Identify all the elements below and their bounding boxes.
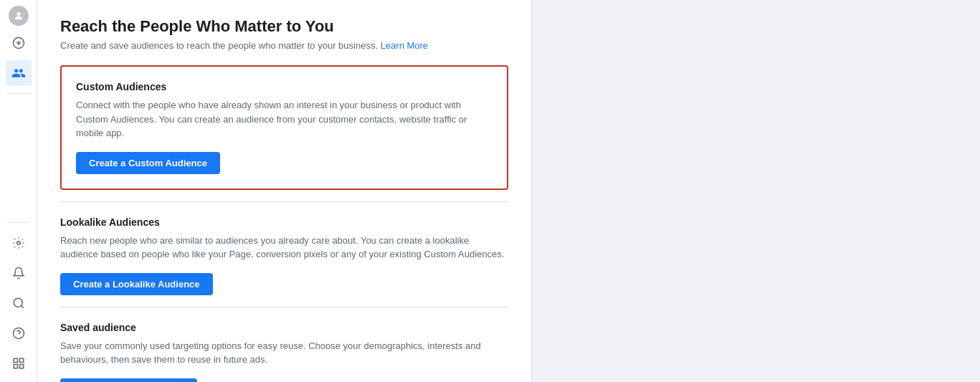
saved-audience-title: Saved audience [60, 322, 508, 333]
sidebar-divider-top [7, 93, 30, 94]
create-lookalike-audience-button[interactable]: Create a Lookalike Audience [60, 273, 213, 295]
svg-rect-12 [19, 365, 23, 368]
bell-nav-icon[interactable] [6, 260, 32, 286]
svg-rect-10 [19, 358, 23, 362]
create-saved-audience-button[interactable]: Create a Saved Audience [60, 378, 197, 383]
page-subtitle: Create and save audiences to reach the p… [60, 40, 508, 51]
help-nav-icon[interactable] [6, 320, 32, 346]
content-panel: Reach the People Who Matter to You Creat… [37, 0, 532, 382]
svg-point-4 [16, 242, 20, 245]
custom-audience-section: Custom Audiences Connect with the people… [60, 65, 508, 190]
svg-point-5 [14, 298, 22, 307]
audience-nav-icon[interactable] [6, 60, 32, 86]
svg-rect-9 [14, 358, 17, 362]
plus-button[interactable] [6, 30, 32, 56]
saved-audience-section: Saved audience Save your commonly used t… [60, 307, 508, 383]
search-nav-icon[interactable] [6, 290, 32, 316]
svg-rect-11 [14, 365, 17, 368]
avatar[interactable] [9, 6, 29, 26]
svg-point-0 [16, 12, 20, 16]
page-title: Reach the People Who Matter to You [60, 17, 508, 36]
lookalike-audience-desc: Reach new people who are similar to audi… [60, 234, 508, 262]
lookalike-audience-title: Lookalike Audiences [60, 216, 508, 228]
main-content: Reach the People Who Matter to You Creat… [37, 0, 980, 382]
learn-more-link[interactable]: Learn More [381, 40, 428, 51]
grid-nav-icon[interactable] [6, 350, 32, 376]
sidebar-divider-bottom [7, 222, 30, 223]
sidebar [0, 0, 37, 382]
lookalike-audience-section: Lookalike Audiences Reach new people who… [60, 201, 508, 295]
right-panel [532, 0, 980, 382]
custom-audience-desc: Connect with the people who have already… [76, 98, 493, 140]
saved-audience-desc: Save your commonly used targeting option… [60, 339, 508, 367]
svg-line-6 [21, 305, 23, 307]
create-custom-audience-button[interactable]: Create a Custom Audience [76, 152, 220, 174]
custom-audience-title: Custom Audiences [76, 81, 493, 92]
settings-nav-icon[interactable] [6, 230, 32, 256]
